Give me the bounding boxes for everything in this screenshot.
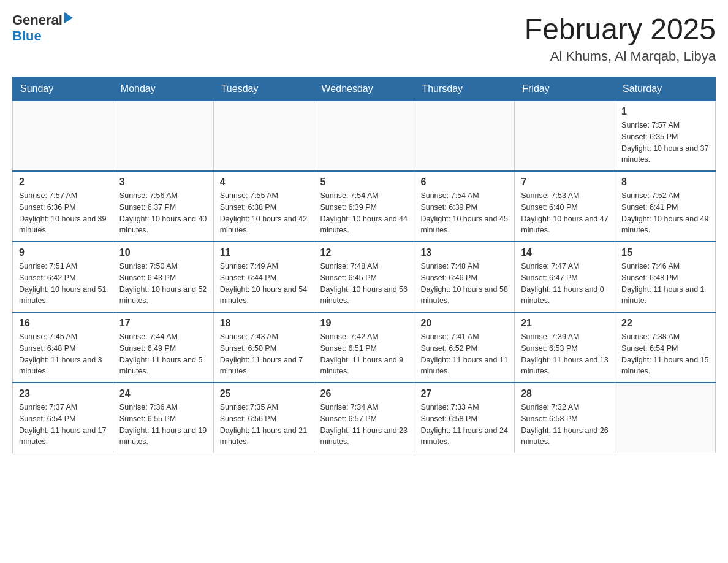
day-number: 18 xyxy=(220,318,308,329)
calendar-cell xyxy=(515,101,615,172)
calendar-cell xyxy=(13,101,113,172)
day-info: Sunrise: 7:44 AMSunset: 6:49 PMDaylight:… xyxy=(119,331,207,377)
day-info: Sunrise: 7:56 AMSunset: 6:37 PMDaylight:… xyxy=(119,190,207,236)
calendar-cell: 8Sunrise: 7:52 AMSunset: 6:41 PMDaylight… xyxy=(615,171,716,242)
day-info: Sunrise: 7:33 AMSunset: 6:58 PMDaylight:… xyxy=(420,402,508,448)
day-info: Sunrise: 7:37 AMSunset: 6:54 PMDaylight:… xyxy=(19,402,107,448)
calendar-cell: 13Sunrise: 7:48 AMSunset: 6:46 PMDayligh… xyxy=(414,242,515,312)
calendar-cell: 20Sunrise: 7:41 AMSunset: 6:52 PMDayligh… xyxy=(414,312,515,383)
calendar-header-monday: Monday xyxy=(113,77,213,101)
logo-blue-text: Blue xyxy=(12,28,42,44)
calendar-cell: 19Sunrise: 7:42 AMSunset: 6:51 PMDayligh… xyxy=(314,312,414,383)
calendar-cell: 24Sunrise: 7:36 AMSunset: 6:55 PMDayligh… xyxy=(113,383,213,453)
day-info: Sunrise: 7:42 AMSunset: 6:51 PMDaylight:… xyxy=(320,331,408,377)
day-info: Sunrise: 7:54 AMSunset: 6:39 PMDaylight:… xyxy=(320,190,408,236)
logo: General Blue xyxy=(12,12,73,44)
day-number: 24 xyxy=(119,388,207,399)
calendar-header-row: SundayMondayTuesdayWednesdayThursdayFrid… xyxy=(13,77,716,101)
calendar-cell xyxy=(414,101,515,172)
calendar-cell: 21Sunrise: 7:39 AMSunset: 6:53 PMDayligh… xyxy=(515,312,615,383)
day-number: 19 xyxy=(320,318,408,329)
day-number: 13 xyxy=(420,247,508,258)
calendar-table: SundayMondayTuesdayWednesdayThursdayFrid… xyxy=(12,77,716,453)
calendar-cell xyxy=(213,101,314,172)
day-number: 11 xyxy=(220,247,308,258)
page-header: General Blue February 2025 Al Khums, Al … xyxy=(12,12,716,64)
day-number: 23 xyxy=(19,388,107,399)
day-number: 3 xyxy=(119,177,207,188)
calendar-cell: 26Sunrise: 7:34 AMSunset: 6:57 PMDayligh… xyxy=(314,383,414,453)
calendar-cell: 2Sunrise: 7:57 AMSunset: 6:36 PMDaylight… xyxy=(13,171,113,242)
day-info: Sunrise: 7:41 AMSunset: 6:52 PMDaylight:… xyxy=(420,331,508,377)
calendar-cell: 18Sunrise: 7:43 AMSunset: 6:50 PMDayligh… xyxy=(213,312,314,383)
day-number: 27 xyxy=(420,388,508,399)
day-info: Sunrise: 7:34 AMSunset: 6:57 PMDaylight:… xyxy=(320,402,408,448)
month-title: February 2025 xyxy=(525,12,716,46)
title-section: February 2025 Al Khums, Al Marqab, Libya xyxy=(525,12,716,64)
day-number: 17 xyxy=(119,318,207,329)
calendar-cell: 6Sunrise: 7:54 AMSunset: 6:39 PMDaylight… xyxy=(414,171,515,242)
calendar-header-sunday: Sunday xyxy=(13,77,113,101)
calendar-cell: 12Sunrise: 7:48 AMSunset: 6:45 PMDayligh… xyxy=(314,242,414,312)
calendar-cell: 14Sunrise: 7:47 AMSunset: 6:47 PMDayligh… xyxy=(515,242,615,312)
day-info: Sunrise: 7:52 AMSunset: 6:41 PMDaylight:… xyxy=(621,190,709,236)
day-info: Sunrise: 7:51 AMSunset: 6:42 PMDaylight:… xyxy=(19,261,107,307)
day-number: 20 xyxy=(420,318,508,329)
day-info: Sunrise: 7:39 AMSunset: 6:53 PMDaylight:… xyxy=(521,331,609,377)
calendar-cell: 10Sunrise: 7:50 AMSunset: 6:43 PMDayligh… xyxy=(113,242,213,312)
calendar-cell: 22Sunrise: 7:38 AMSunset: 6:54 PMDayligh… xyxy=(615,312,716,383)
day-info: Sunrise: 7:32 AMSunset: 6:58 PMDaylight:… xyxy=(521,402,609,448)
day-number: 7 xyxy=(521,177,609,188)
day-number: 21 xyxy=(521,318,609,329)
day-info: Sunrise: 7:48 AMSunset: 6:46 PMDaylight:… xyxy=(420,261,508,307)
day-number: 9 xyxy=(19,247,107,258)
calendar-header-tuesday: Tuesday xyxy=(213,77,314,101)
day-number: 25 xyxy=(220,388,308,399)
calendar-week-row: 9Sunrise: 7:51 AMSunset: 6:42 PMDaylight… xyxy=(13,242,716,312)
day-info: Sunrise: 7:48 AMSunset: 6:45 PMDaylight:… xyxy=(320,261,408,307)
day-info: Sunrise: 7:57 AMSunset: 6:36 PMDaylight:… xyxy=(19,190,107,236)
calendar-cell: 9Sunrise: 7:51 AMSunset: 6:42 PMDaylight… xyxy=(13,242,113,312)
calendar-cell xyxy=(113,101,213,172)
calendar-header-thursday: Thursday xyxy=(414,77,515,101)
calendar-week-row: 16Sunrise: 7:45 AMSunset: 6:48 PMDayligh… xyxy=(13,312,716,383)
day-number: 28 xyxy=(521,388,609,399)
calendar-cell: 5Sunrise: 7:54 AMSunset: 6:39 PMDaylight… xyxy=(314,171,414,242)
day-info: Sunrise: 7:36 AMSunset: 6:55 PMDaylight:… xyxy=(119,402,207,448)
calendar-cell: 4Sunrise: 7:55 AMSunset: 6:38 PMDaylight… xyxy=(213,171,314,242)
day-number: 26 xyxy=(320,388,408,399)
day-info: Sunrise: 7:49 AMSunset: 6:44 PMDaylight:… xyxy=(220,261,308,307)
day-info: Sunrise: 7:53 AMSunset: 6:40 PMDaylight:… xyxy=(521,190,609,236)
day-number: 15 xyxy=(621,247,709,258)
day-number: 2 xyxy=(19,177,107,188)
calendar-cell: 7Sunrise: 7:53 AMSunset: 6:40 PMDaylight… xyxy=(515,171,615,242)
calendar-cell: 3Sunrise: 7:56 AMSunset: 6:37 PMDaylight… xyxy=(113,171,213,242)
day-number: 1 xyxy=(621,106,709,117)
calendar-cell: 11Sunrise: 7:49 AMSunset: 6:44 PMDayligh… xyxy=(213,242,314,312)
calendar-cell: 15Sunrise: 7:46 AMSunset: 6:48 PMDayligh… xyxy=(615,242,716,312)
day-info: Sunrise: 7:54 AMSunset: 6:39 PMDaylight:… xyxy=(420,190,508,236)
calendar-cell: 17Sunrise: 7:44 AMSunset: 6:49 PMDayligh… xyxy=(113,312,213,383)
calendar-cell: 25Sunrise: 7:35 AMSunset: 6:56 PMDayligh… xyxy=(213,383,314,453)
day-info: Sunrise: 7:43 AMSunset: 6:50 PMDaylight:… xyxy=(220,331,308,377)
day-number: 22 xyxy=(621,318,709,329)
day-info: Sunrise: 7:57 AMSunset: 6:35 PMDaylight:… xyxy=(621,120,709,166)
day-info: Sunrise: 7:35 AMSunset: 6:56 PMDaylight:… xyxy=(220,402,308,448)
day-number: 10 xyxy=(119,247,207,258)
day-number: 6 xyxy=(420,177,508,188)
calendar-cell: 16Sunrise: 7:45 AMSunset: 6:48 PMDayligh… xyxy=(13,312,113,383)
day-number: 16 xyxy=(19,318,107,329)
day-info: Sunrise: 7:55 AMSunset: 6:38 PMDaylight:… xyxy=(220,190,308,236)
calendar-cell xyxy=(314,101,414,172)
calendar-cell: 1Sunrise: 7:57 AMSunset: 6:35 PMDaylight… xyxy=(615,101,716,172)
calendar-week-row: 1Sunrise: 7:57 AMSunset: 6:35 PMDaylight… xyxy=(13,101,716,172)
day-number: 8 xyxy=(621,177,709,188)
calendar-cell: 28Sunrise: 7:32 AMSunset: 6:58 PMDayligh… xyxy=(515,383,615,453)
calendar-cell: 27Sunrise: 7:33 AMSunset: 6:58 PMDayligh… xyxy=(414,383,515,453)
logo-triangle-icon xyxy=(64,12,73,23)
calendar-header-saturday: Saturday xyxy=(615,77,716,101)
day-number: 4 xyxy=(220,177,308,188)
day-info: Sunrise: 7:38 AMSunset: 6:54 PMDaylight:… xyxy=(621,331,709,377)
calendar-week-row: 23Sunrise: 7:37 AMSunset: 6:54 PMDayligh… xyxy=(13,383,716,453)
location-title: Al Khums, Al Marqab, Libya xyxy=(525,48,716,64)
